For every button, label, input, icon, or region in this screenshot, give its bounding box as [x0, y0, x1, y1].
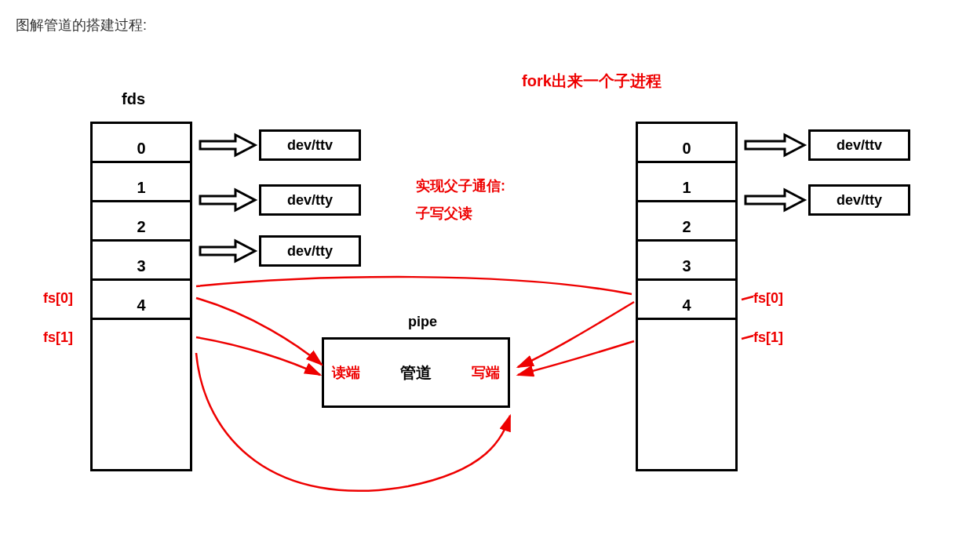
right-fd-1: 1 — [638, 163, 735, 202]
right-fs0-label: fs[0] — [753, 290, 783, 307]
diagram-title: 图解管道的搭建过程: — [16, 16, 147, 35]
left-dev-2: dev/tty — [259, 235, 361, 267]
right-fd-table: 0 1 2 3 4 — [636, 122, 738, 471]
left-fd-0: 0 — [93, 124, 190, 163]
left-fd-table: 0 1 2 3 4 — [90, 122, 192, 471]
right-fs1-label: fs[1] — [753, 329, 783, 346]
tick-right-fs1 — [742, 336, 753, 339]
arrow-right-0 — [745, 135, 804, 155]
left-fd-2: 2 — [93, 202, 190, 242]
comm-line2: 子写父读 — [416, 204, 472, 223]
arrow-left-0 — [200, 135, 255, 155]
right-fd-spacer — [638, 320, 735, 469]
left-dev-1: dev/tty — [259, 184, 361, 216]
left-dev-0: dev/ttv — [259, 129, 361, 161]
arrow-left-2 — [200, 241, 255, 261]
left-fd-spacer — [93, 320, 190, 469]
right-fd-0: 0 — [638, 124, 735, 163]
curve-left-fd3-to-pipe — [196, 298, 322, 365]
arrow-left-1 — [200, 190, 255, 210]
comm-line1: 实现父子通信: — [416, 176, 505, 195]
left-fs1-label: fs[1] — [43, 329, 73, 346]
pipe-text: 管道 — [400, 362, 432, 384]
pipe-read-end: 读端 — [332, 363, 360, 382]
right-fd-2: 2 — [638, 202, 735, 242]
curve-right-fd3-to-pipe — [518, 302, 634, 367]
right-fork-header: fork出来一个子进程 — [522, 71, 662, 92]
right-dev-1: dev/tty — [808, 184, 910, 216]
right-fd-4: 4 — [638, 281, 735, 320]
left-fs0-label: fs[0] — [43, 290, 73, 307]
curve-right-fd4-to-pipe — [518, 341, 634, 375]
pipe-box: 读端 管道 写端 — [322, 337, 510, 408]
left-fd-3: 3 — [93, 242, 190, 281]
arrow-right-1 — [745, 190, 804, 210]
left-fd-1: 1 — [93, 163, 190, 202]
left-fds-header: fds — [122, 90, 145, 108]
pipe-write-end: 写端 — [472, 363, 500, 382]
right-dev-0: dev/ttv — [808, 129, 910, 161]
tick-right-fs0 — [742, 296, 753, 300]
curve-left-fd4-to-pipe — [196, 337, 320, 375]
right-fd-3: 3 — [638, 242, 735, 281]
curve-top-connect — [196, 277, 632, 294]
pipe-label: pipe — [408, 314, 437, 330]
left-fd-4: 4 — [93, 281, 190, 320]
